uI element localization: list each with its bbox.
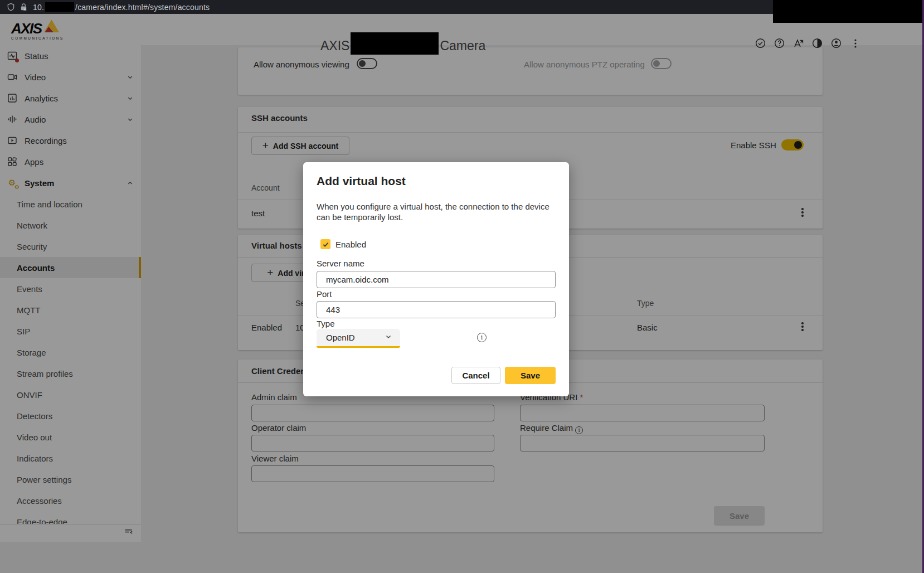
url-path: /camera/index.html#/system/accounts [75,3,210,12]
type-select[interactable]: OpenID [317,329,400,346]
corner-redaction [773,0,924,23]
type-label: Type [317,319,335,328]
url-prefix: 10. [33,3,44,12]
server-name-label: Server name [317,259,364,268]
save-button[interactable]: Save [505,367,556,384]
url-redaction [45,2,74,12]
lock-warning-icon [20,3,28,11]
dialog-title: Add virtual host [317,174,406,188]
chevron-down-icon [385,333,392,342]
cancel-button[interactable]: Cancel [451,367,500,384]
port-input[interactable] [317,301,556,318]
select-accent-underline [317,346,400,348]
save-label: Save [521,371,540,380]
add-virtual-host-dialog: Add virtual host When you configure a vi… [303,162,569,396]
enabled-checkbox[interactable] [320,239,330,249]
cancel-label: Cancel [462,371,489,380]
type-info-icon[interactable]: i [477,333,487,342]
shield-icon [7,3,15,11]
server-name-input[interactable] [317,271,556,288]
enabled-label: Enabled [335,240,366,249]
dialog-body-text: When you configure a virtual host, the c… [317,201,556,222]
screen: 10. /camera/index.html#/system/accounts … [0,0,924,573]
port-label: Port [317,289,332,299]
type-select-value: OpenID [326,333,355,342]
